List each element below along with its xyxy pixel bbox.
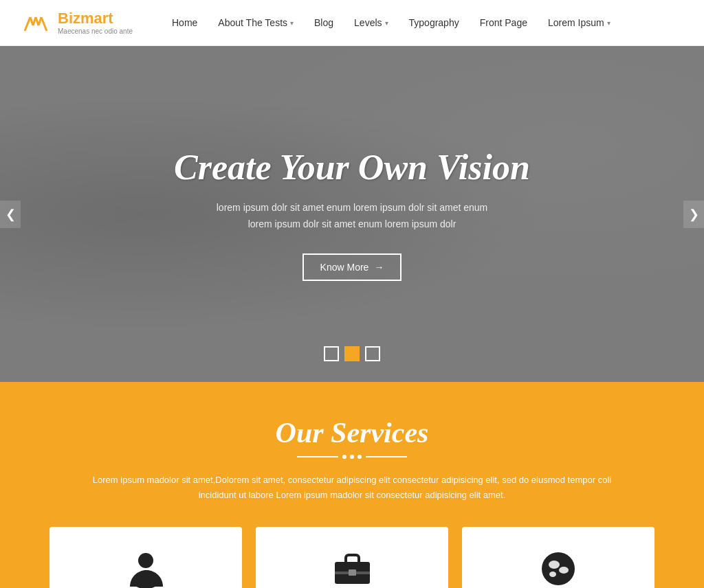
globe-icon	[479, 551, 637, 588]
nav-link-lorem[interactable]: Lorem Ipsum ▾	[548, 17, 610, 28]
hero-cta-button[interactable]: Know More →	[302, 253, 402, 281]
svg-point-15	[549, 572, 556, 577]
svg-rect-11	[349, 569, 356, 576]
svg-point-7	[138, 553, 153, 568]
svg-point-13	[549, 561, 560, 569]
slider-dot-3[interactable]	[365, 346, 380, 361]
nav-item-frontpage[interactable]: Front Page	[480, 17, 527, 28]
svg-point-12	[542, 552, 575, 585]
slider-dot-2[interactable]	[344, 346, 360, 361]
hero-content: Create Your Own Vision lorem ipsum dolr …	[174, 147, 530, 281]
svg-rect-0	[21, 8, 51, 38]
brand-logo-area: Bizmart Maecenas nec odio ante	[21, 8, 144, 38]
nav-item-home[interactable]: Home	[172, 17, 197, 28]
services-title: Our Services	[41, 416, 663, 449]
arrow-right-icon: →	[374, 262, 384, 273]
hero-subtitle-line2: lorem ipsum dolr sit amet enum lorem ips…	[248, 218, 456, 229]
service-card-1: Dolor Sit Lorem ipsum dolor sit amet, co…	[50, 527, 242, 588]
slider-prev-button[interactable]: ❮	[0, 201, 21, 228]
services-section: Our Services Lorem ipsum madolor sit ame…	[0, 382, 704, 588]
person-icon	[67, 551, 225, 588]
nav-link-about[interactable]: About The Tests ▾	[218, 17, 294, 28]
nav-item-lorem[interactable]: Lorem Ipsum ▾	[548, 17, 610, 28]
slider-dots	[324, 346, 380, 361]
service-card-3: Lorem Ipsum Lorem ipsum dolor sit amet, …	[462, 527, 654, 588]
hero-subtitle: lorem ipsum dolr sit amet enum lorem ips…	[174, 200, 530, 233]
hero-subtitle-line1: lorem ipsum dolr sit amet enum lorem ips…	[217, 202, 487, 213]
svg-point-14	[559, 567, 569, 574]
chevron-down-icon: ▾	[607, 19, 610, 27]
divider-dot-1	[342, 455, 346, 459]
hero-title: Create Your Own Vision	[174, 147, 530, 188]
slider-dot-1[interactable]	[324, 346, 339, 361]
hero-section: ❮ ❯ Create Your Own Vision lorem ipsum d…	[0, 46, 704, 382]
nav-links: Home About The Tests ▾ Blog Levels ▾ Typ…	[172, 17, 610, 28]
services-cards: Dolor Sit Lorem ipsum dolor sit amet, co…	[41, 527, 663, 588]
briefcase-icon	[273, 551, 431, 588]
slider-next-button[interactable]: ❯	[683, 201, 704, 228]
services-description: Lorem ipsum madolor sit amet,Dolorem sit…	[77, 473, 627, 503]
nav-link-levels[interactable]: Levels ▾	[354, 17, 388, 28]
navbar: Bizmart Maecenas nec odio ante Home Abou…	[0, 0, 704, 46]
nav-item-levels[interactable]: Levels ▾	[354, 17, 388, 28]
hero-cta-label: Know More	[320, 262, 369, 273]
nav-link-home[interactable]: Home	[172, 17, 197, 28]
divider-dot-3	[358, 455, 362, 459]
divider-line-left	[297, 456, 338, 457]
nav-link-blog[interactable]: Blog	[314, 17, 333, 28]
chevron-down-icon: ▾	[385, 19, 388, 27]
brand-icon	[21, 8, 51, 38]
nav-item-blog[interactable]: Blog	[314, 17, 333, 28]
brand-text: Bizmart Maecenas nec odio ante	[58, 10, 133, 34]
brand-tagline: Maecenas nec odio ante	[58, 27, 133, 35]
nav-link-frontpage[interactable]: Front Page	[480, 17, 527, 28]
brand-name: Bizmart	[58, 10, 133, 27]
chevron-down-icon: ▾	[290, 19, 294, 27]
nav-item-about[interactable]: About The Tests ▾	[218, 17, 294, 28]
nav-link-typography[interactable]: Typography	[409, 17, 459, 28]
divider-dot-2	[350, 455, 354, 459]
service-card-2: Ipsum Dolor Lorem ipsum dolor sit amet, …	[256, 527, 448, 588]
services-divider	[41, 455, 663, 459]
nav-item-typography[interactable]: Typography	[409, 17, 459, 28]
divider-line-right	[366, 456, 407, 457]
divider-dots	[342, 455, 362, 459]
